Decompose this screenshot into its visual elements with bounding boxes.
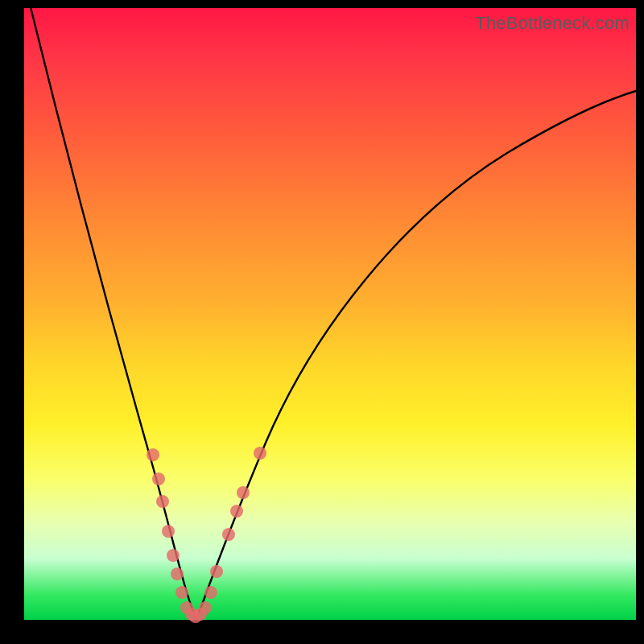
svg-point-13 [210, 565, 223, 578]
svg-point-3 [162, 525, 175, 538]
svg-point-14 [222, 528, 235, 541]
svg-point-2 [156, 495, 169, 508]
chart-area: TheBottleneck.com [24, 8, 636, 620]
svg-point-5 [171, 568, 184, 580]
svg-point-6 [175, 586, 188, 599]
svg-point-16 [237, 486, 250, 499]
svg-point-1 [152, 473, 165, 485]
svg-point-17 [254, 447, 266, 460]
bottleneck-curve-svg [24, 8, 636, 620]
svg-point-12 [204, 586, 217, 599]
curve-path [30, 4, 636, 616]
marker-group [147, 447, 266, 623]
svg-point-11 [199, 601, 212, 614]
svg-point-0 [147, 448, 159, 461]
svg-point-15 [230, 505, 243, 518]
svg-point-4 [167, 549, 180, 562]
